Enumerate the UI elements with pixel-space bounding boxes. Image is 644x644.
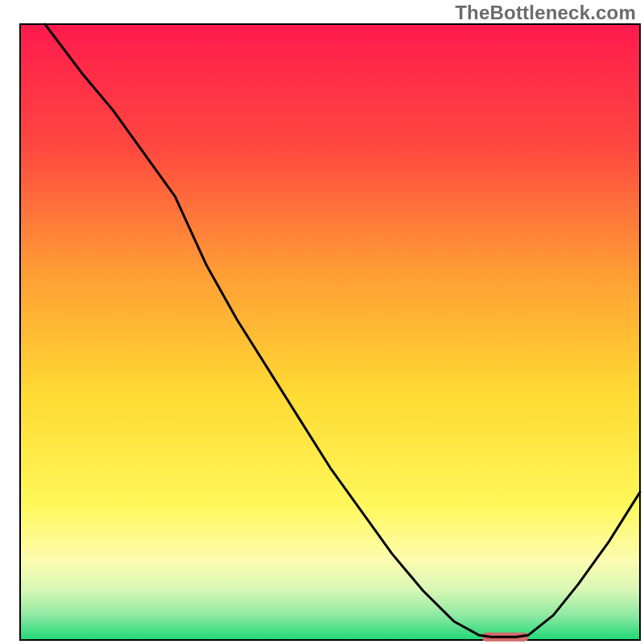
chart-svg — [0, 0, 644, 644]
plot-background — [20, 24, 640, 640]
chart-container: { "watermark": "TheBottleneck.com", "cha… — [0, 0, 644, 644]
